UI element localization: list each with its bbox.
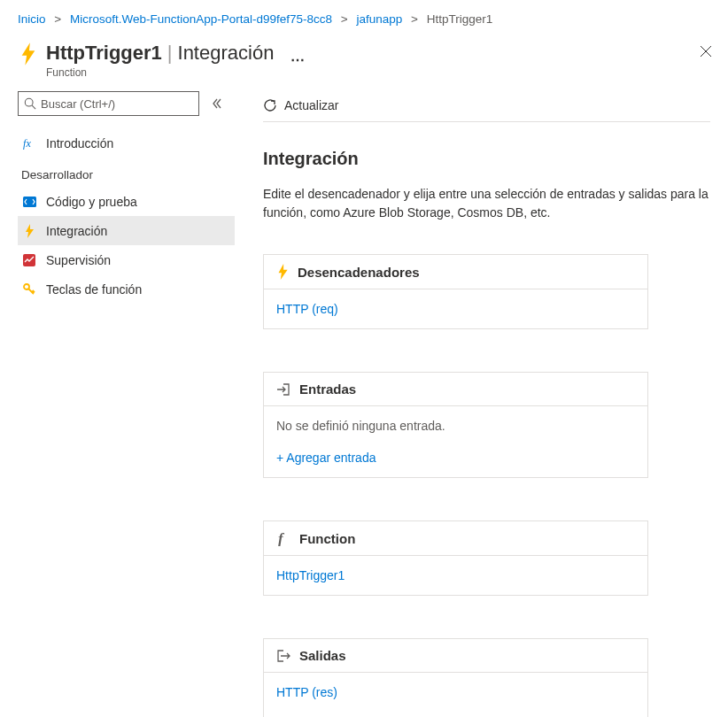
inputs-title: Entradas (299, 382, 356, 397)
svg-point-0 (25, 98, 33, 106)
breadcrumb-home[interactable]: Inicio (18, 12, 46, 26)
section-title: Integración (263, 149, 710, 169)
triggers-title: Desencadenadores (298, 265, 420, 280)
output-http-link[interactable]: HTTP (res) (276, 685, 635, 699)
output-arrow-icon (276, 649, 290, 663)
refresh-icon (263, 98, 277, 112)
page-title: HttpTrigger1|Integración ⋯ (46, 42, 305, 65)
outputs-card: Salidas HTTP (res) + Agregar salida (263, 638, 648, 717)
input-arrow-icon (276, 382, 290, 397)
more-menu-button[interactable]: ⋯ (290, 52, 305, 67)
sidebar-section-developer: Desarrollador (18, 161, 235, 187)
svg-rect-4 (23, 254, 35, 266)
sidebar-item-overview[interactable]: fx Introducción (18, 128, 235, 158)
triggers-card-header: Desencadenadores (264, 255, 647, 289)
breadcrumb-sep-icon: > (411, 12, 418, 26)
close-button[interactable] (696, 42, 716, 61)
toolbar: Actualizar (263, 91, 710, 122)
search-placeholder: Buscar (Ctrl+/) (41, 97, 115, 111)
monitor-icon (21, 254, 37, 266)
inputs-empty-text: No se definió ninguna entrada. (276, 419, 445, 433)
sidebar-item-label: Integración (46, 224, 107, 238)
page-header: HttpTrigger1|Integración ⋯ Function (0, 35, 728, 91)
sidebar-item-function-keys[interactable]: Teclas de función (18, 274, 235, 304)
breadcrumb: Inicio > Microsoft.Web-FunctionApp-Porta… (0, 0, 728, 35)
breadcrumb-app[interactable]: jafunapp (357, 12, 403, 26)
breadcrumb-sep-icon: > (54, 12, 61, 26)
svg-text:fx: fx (23, 137, 31, 150)
title-separator: | (167, 42, 173, 64)
key-icon (21, 283, 37, 296)
search-input[interactable]: Buscar (Ctrl+/) (18, 91, 199, 116)
lightning-icon (18, 43, 39, 65)
function-icon: fx (21, 136, 37, 150)
page-title-section: Integración (178, 42, 275, 64)
refresh-button[interactable]: Actualizar (263, 98, 338, 112)
triggers-card: Desencadenadores HTTP (req) (263, 254, 648, 329)
lightning-icon (276, 264, 289, 280)
inputs-card: Entradas No se definió ninguna entrada. … (263, 372, 648, 478)
main-content: Actualizar Integración Edite el desencad… (235, 91, 728, 717)
lightning-icon (21, 224, 37, 238)
sidebar-item-label: Teclas de función (46, 282, 142, 297)
outputs-card-header: Salidas (264, 639, 647, 673)
svg-line-1 (32, 105, 35, 109)
function-item-link[interactable]: HttpTrigger1 (276, 568, 635, 582)
breadcrumb-resource[interactable]: Microsoft.Web-FunctionApp-Portal-d99fef7… (70, 12, 332, 26)
page-subtitle: Function (46, 66, 305, 79)
sidebar-item-label: Código y prueba (46, 195, 137, 209)
breadcrumb-current: HttpTrigger1 (427, 12, 493, 26)
function-italic-icon: f (276, 530, 290, 546)
trigger-http-link[interactable]: HTTP (req) (276, 302, 635, 316)
function-card-header: f Function (264, 521, 647, 556)
function-title: Function (299, 531, 355, 546)
page-title-name: HttpTrigger1 (46, 42, 162, 64)
refresh-label: Actualizar (284, 98, 338, 112)
collapse-sidebar-button[interactable] (212, 98, 222, 109)
sidebar-item-label: Supervisión (46, 253, 111, 267)
sidebar-item-monitor[interactable]: Supervisión (18, 245, 235, 274)
code-icon (21, 197, 37, 207)
sidebar-item-label: Introducción (46, 136, 113, 150)
outputs-title: Salidas (299, 648, 346, 663)
svg-text:f: f (278, 530, 285, 546)
add-input-button[interactable]: + Agregar entrada (276, 451, 635, 465)
inputs-card-header: Entradas (264, 373, 647, 406)
sidebar-item-integration[interactable]: Integración (18, 216, 235, 245)
function-card: f Function HttpTrigger1 (263, 520, 648, 596)
section-description: Edite el desencadenador y elija entre un… (263, 185, 710, 222)
search-icon (24, 97, 36, 110)
breadcrumb-sep-icon: > (341, 12, 348, 26)
sidebar-item-code-test[interactable]: Código y prueba (18, 187, 235, 216)
sidebar: Buscar (Ctrl+/) fx Introducción Desarrol… (0, 91, 235, 717)
